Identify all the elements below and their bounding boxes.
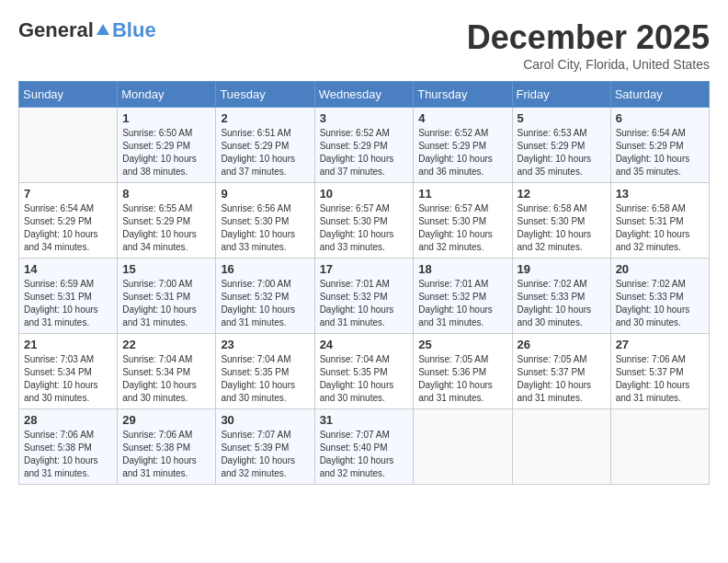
- day-info: Sunrise: 6:50 AM Sunset: 5:29 PM Dayligh…: [122, 127, 210, 178]
- calendar-cell: 2Sunrise: 6:51 AM Sunset: 5:29 PM Daylig…: [216, 108, 314, 183]
- day-info: Sunrise: 6:54 AM Sunset: 5:29 PM Dayligh…: [616, 127, 704, 178]
- calendar-cell: 30Sunrise: 7:07 AM Sunset: 5:39 PM Dayli…: [216, 409, 314, 485]
- day-number: 20: [616, 262, 704, 276]
- day-number: 31: [320, 413, 409, 427]
- calendar-cell: 5Sunrise: 6:53 AM Sunset: 5:29 PM Daylig…: [512, 108, 610, 183]
- calendar-cell: [512, 409, 610, 485]
- day-info: Sunrise: 7:04 AM Sunset: 5:35 PM Dayligh…: [221, 353, 309, 405]
- calendar-cell: [19, 108, 118, 183]
- logo-general-text: General: [18, 18, 94, 42]
- calendar-cell: 17Sunrise: 7:01 AM Sunset: 5:32 PM Dayli…: [314, 259, 414, 334]
- day-info: Sunrise: 6:53 AM Sunset: 5:29 PM Dayligh…: [518, 127, 606, 178]
- day-number: 11: [418, 187, 506, 201]
- page-header: General Blue December 2025 Carol City, F…: [18, 18, 710, 72]
- day-number: 18: [418, 262, 506, 276]
- day-info: Sunrise: 7:04 AM Sunset: 5:35 PM Dayligh…: [320, 353, 409, 405]
- calendar-cell: 13Sunrise: 6:58 AM Sunset: 5:31 PM Dayli…: [610, 183, 709, 259]
- calendar-cell: 18Sunrise: 7:01 AM Sunset: 5:32 PM Dayli…: [414, 259, 512, 334]
- day-number: 26: [518, 338, 606, 351]
- day-number: 19: [518, 262, 606, 276]
- day-info: Sunrise: 7:07 AM Sunset: 5:39 PM Dayligh…: [221, 429, 309, 480]
- day-info: Sunrise: 7:06 AM Sunset: 5:38 PM Dayligh…: [24, 429, 112, 480]
- calendar-cell: 31Sunrise: 7:07 AM Sunset: 5:40 PM Dayli…: [314, 409, 414, 485]
- day-number: 16: [221, 262, 309, 276]
- calendar-cell: 1Sunrise: 6:50 AM Sunset: 5:29 PM Daylig…: [118, 108, 216, 183]
- day-number: 12: [518, 187, 606, 201]
- calendar-cell: 12Sunrise: 6:58 AM Sunset: 5:30 PM Dayli…: [512, 183, 610, 259]
- calendar-week-row: 7Sunrise: 6:54 AM Sunset: 5:29 PM Daylig…: [19, 183, 710, 259]
- calendar-cell: 4Sunrise: 6:52 AM Sunset: 5:29 PM Daylig…: [414, 108, 512, 183]
- day-info: Sunrise: 6:56 AM Sunset: 5:30 PM Dayligh…: [221, 202, 309, 254]
- day-info: Sunrise: 7:06 AM Sunset: 5:37 PM Dayligh…: [616, 353, 704, 405]
- calendar-cell: 23Sunrise: 7:04 AM Sunset: 5:35 PM Dayli…: [216, 334, 314, 409]
- calendar-cell: 24Sunrise: 7:04 AM Sunset: 5:35 PM Dayli…: [314, 334, 414, 409]
- location-text: Carol City, Florida, United States: [467, 57, 710, 72]
- day-info: Sunrise: 7:02 AM Sunset: 5:33 PM Dayligh…: [518, 278, 606, 329]
- calendar-cell: 20Sunrise: 7:02 AM Sunset: 5:33 PM Dayli…: [610, 259, 709, 334]
- day-info: Sunrise: 7:05 AM Sunset: 5:37 PM Dayligh…: [518, 353, 606, 405]
- day-info: Sunrise: 7:01 AM Sunset: 5:32 PM Dayligh…: [320, 278, 409, 329]
- logo-blue-text: Blue: [112, 18, 156, 42]
- day-number: 1: [122, 111, 210, 125]
- day-number: 24: [320, 338, 409, 351]
- day-info: Sunrise: 6:55 AM Sunset: 5:29 PM Dayligh…: [122, 202, 210, 254]
- calendar-cell: 19Sunrise: 7:02 AM Sunset: 5:33 PM Dayli…: [512, 259, 610, 334]
- calendar-cell: 27Sunrise: 7:06 AM Sunset: 5:37 PM Dayli…: [610, 334, 709, 409]
- weekday-header: Sunday: [19, 82, 118, 108]
- day-number: 29: [122, 413, 210, 427]
- day-number: 28: [24, 413, 112, 427]
- day-info: Sunrise: 7:03 AM Sunset: 5:34 PM Dayligh…: [24, 353, 112, 405]
- day-info: Sunrise: 7:04 AM Sunset: 5:34 PM Dayligh…: [122, 353, 210, 405]
- day-info: Sunrise: 6:59 AM Sunset: 5:31 PM Dayligh…: [24, 278, 112, 329]
- title-block: December 2025 Carol City, Florida, Unite…: [467, 18, 710, 72]
- calendar-cell: 6Sunrise: 6:54 AM Sunset: 5:29 PM Daylig…: [610, 108, 709, 183]
- calendar-cell: 8Sunrise: 6:55 AM Sunset: 5:29 PM Daylig…: [118, 183, 216, 259]
- calendar-cell: 10Sunrise: 6:57 AM Sunset: 5:30 PM Dayli…: [314, 183, 414, 259]
- day-number: 2: [221, 111, 309, 125]
- svg-marker-0: [97, 24, 109, 35]
- day-number: 15: [122, 262, 210, 276]
- day-info: Sunrise: 6:54 AM Sunset: 5:29 PM Dayligh…: [24, 202, 112, 254]
- day-number: 30: [221, 413, 309, 427]
- day-number: 8: [122, 187, 210, 201]
- calendar-cell: 14Sunrise: 6:59 AM Sunset: 5:31 PM Dayli…: [19, 259, 118, 334]
- calendar-week-row: 1Sunrise: 6:50 AM Sunset: 5:29 PM Daylig…: [19, 108, 710, 183]
- calendar-cell: 7Sunrise: 6:54 AM Sunset: 5:29 PM Daylig…: [19, 183, 118, 259]
- calendar-header-row: SundayMondayTuesdayWednesdayThursdayFrid…: [19, 82, 710, 108]
- day-info: Sunrise: 7:00 AM Sunset: 5:31 PM Dayligh…: [122, 278, 210, 329]
- calendar-cell: 9Sunrise: 6:56 AM Sunset: 5:30 PM Daylig…: [216, 183, 314, 259]
- month-title: December 2025: [467, 18, 710, 57]
- weekday-header: Monday: [118, 82, 216, 108]
- calendar-cell: 15Sunrise: 7:00 AM Sunset: 5:31 PM Dayli…: [118, 259, 216, 334]
- day-number: 10: [320, 187, 409, 201]
- weekday-header: Thursday: [414, 82, 512, 108]
- day-info: Sunrise: 6:52 AM Sunset: 5:29 PM Dayligh…: [418, 127, 506, 178]
- calendar-week-row: 21Sunrise: 7:03 AM Sunset: 5:34 PM Dayli…: [19, 334, 710, 409]
- day-info: Sunrise: 7:06 AM Sunset: 5:38 PM Dayligh…: [122, 429, 210, 480]
- day-info: Sunrise: 7:01 AM Sunset: 5:32 PM Dayligh…: [418, 278, 506, 329]
- day-number: 21: [24, 338, 112, 351]
- day-number: 22: [122, 338, 210, 351]
- day-info: Sunrise: 6:52 AM Sunset: 5:29 PM Dayligh…: [320, 127, 409, 178]
- calendar-cell: 28Sunrise: 7:06 AM Sunset: 5:38 PM Dayli…: [19, 409, 118, 485]
- day-number: 25: [418, 338, 506, 351]
- day-info: Sunrise: 6:57 AM Sunset: 5:30 PM Dayligh…: [418, 202, 506, 254]
- calendar-cell: 29Sunrise: 7:06 AM Sunset: 5:38 PM Dayli…: [118, 409, 216, 485]
- day-number: 9: [221, 187, 309, 201]
- calendar-week-row: 28Sunrise: 7:06 AM Sunset: 5:38 PM Dayli…: [19, 409, 710, 485]
- weekday-header: Tuesday: [216, 82, 314, 108]
- calendar-cell: 3Sunrise: 6:52 AM Sunset: 5:29 PM Daylig…: [314, 108, 414, 183]
- weekday-header: Friday: [512, 82, 610, 108]
- day-info: Sunrise: 6:51 AM Sunset: 5:29 PM Dayligh…: [221, 127, 309, 178]
- calendar-table: SundayMondayTuesdayWednesdayThursdayFrid…: [18, 81, 710, 485]
- day-info: Sunrise: 7:05 AM Sunset: 5:36 PM Dayligh…: [418, 353, 506, 405]
- day-number: 17: [320, 262, 409, 276]
- day-number: 5: [518, 111, 606, 125]
- weekday-header: Saturday: [610, 82, 709, 108]
- day-number: 7: [24, 187, 112, 201]
- day-info: Sunrise: 7:00 AM Sunset: 5:32 PM Dayligh…: [221, 278, 309, 329]
- day-info: Sunrise: 6:58 AM Sunset: 5:30 PM Dayligh…: [518, 202, 606, 254]
- day-number: 13: [616, 187, 704, 201]
- day-number: 3: [320, 111, 409, 125]
- day-number: 23: [221, 338, 309, 351]
